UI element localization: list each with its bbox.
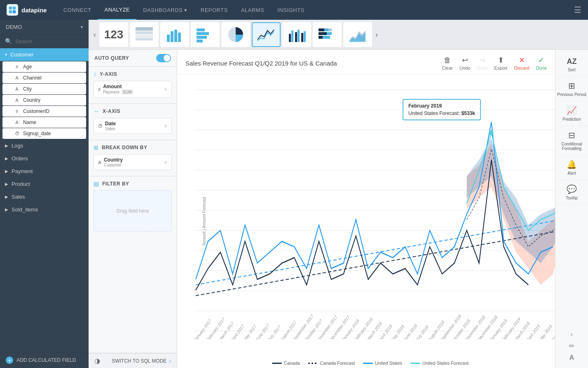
- redo-button[interactable]: ↪ Redo: [477, 56, 487, 70]
- theme-toggle-icon[interactable]: ◑: [94, 357, 100, 365]
- field-type-icon-customerid: #: [14, 109, 20, 114]
- conditional-formatting-label: Conditional Formatting: [557, 142, 586, 151]
- chart-svg: $100k $150k $200k $250k $300k $350k $400…: [192, 78, 555, 339]
- chart-type-area[interactable]: [343, 22, 372, 47]
- chevron-left-icon[interactable]: ‹: [571, 330, 573, 338]
- svg-rect-21: [291, 30, 293, 42]
- nav-item-analyze[interactable]: ANALYZE: [98, 0, 136, 20]
- x-axis-field-remove-icon[interactable]: ×: [164, 123, 167, 129]
- undo-button[interactable]: ↩ Undo: [459, 56, 470, 70]
- chart-type-number[interactable]: 123: [99, 22, 128, 47]
- legend-item-canada-forecast: Canada Forecast: [308, 361, 355, 366]
- sidebar-field-signupdate[interactable]: ⏱ Signup_date: [2, 128, 86, 139]
- sidebar-field-name[interactable]: A Name: [2, 117, 86, 128]
- sidebar-field-channel[interactable]: A Channel: [2, 73, 86, 83]
- sidebar-field-customerid[interactable]: # CustomerID: [2, 106, 86, 117]
- nav-item-insights[interactable]: INSIGHTS: [271, 0, 311, 20]
- orders-arrow-icon: ▶: [5, 156, 8, 161]
- breakdown-field-remove-icon[interactable]: ×: [164, 159, 167, 166]
- chart-type-hstacked[interactable]: [313, 22, 342, 47]
- conditional-formatting-tool[interactable]: ⊟ Conditional Formatting: [555, 126, 588, 155]
- pencil-icon[interactable]: ✏: [569, 342, 574, 350]
- x-axis-label: X-AXIS: [103, 108, 120, 114]
- svg-rect-5: [136, 31, 153, 34]
- svg-rect-12: [171, 31, 173, 42]
- demo-selector[interactable]: DEMO ▾: [0, 20, 89, 35]
- trash-icon: 🗑: [444, 56, 451, 65]
- chart-nav-prev[interactable]: ‹: [92, 30, 98, 39]
- clear-button[interactable]: 🗑 Clear: [442, 56, 453, 70]
- nav-item-dashboards[interactable]: DASHBOARDS▾: [136, 0, 194, 20]
- breakdown-field-sub: Customer: [104, 163, 123, 167]
- alert-icon: 🔔: [567, 159, 577, 169]
- prediction-tool[interactable]: 📈 Prediction: [555, 101, 588, 126]
- svg-rect-28: [328, 28, 332, 31]
- chart-nav-next[interactable]: ›: [374, 30, 380, 39]
- previous-period-tool[interactable]: ⊞ Previous Period: [555, 77, 588, 101]
- sidebar-group-orders[interactable]: ▶ Orders: [0, 152, 89, 165]
- undo-icon: ↩: [462, 56, 468, 65]
- alert-tool[interactable]: 🔔 Alert: [555, 155, 588, 180]
- chart-type-hbar[interactable]: [191, 22, 220, 47]
- svg-rect-11: [167, 35, 170, 42]
- sidebar-group-customer-header[interactable]: ▾ Customer: [0, 48, 89, 61]
- nav-item-connect[interactable]: CONNECT: [57, 0, 98, 20]
- query-panel: AUTO QUERY ↕ Y-AXIS #: [89, 50, 177, 368]
- y-axis-field[interactable]: # Amount Payment SUM ×: [94, 81, 172, 98]
- filter-icon: ▤: [94, 180, 99, 187]
- filter-label: FILTER BY: [102, 181, 129, 187]
- x-axis-field[interactable]: ⏱ Date Sales ×: [94, 118, 172, 134]
- tooltip-tool[interactable]: 💬 Tooltip: [555, 180, 588, 205]
- nav-item-reports[interactable]: REPORTS: [194, 0, 234, 20]
- sidebar-field-city[interactable]: A City: [2, 84, 86, 94]
- chart-title: Sales Revenue Forecast Q1/Q2 2019 for US…: [185, 60, 337, 67]
- breakdown-field[interactable]: A Country Customer ×: [94, 154, 172, 170]
- done-button[interactable]: ✓ Done: [536, 56, 547, 70]
- add-calculated-field-button[interactable]: + ADD CALCULATED FIELD: [0, 352, 89, 368]
- svg-rect-4: [136, 27, 153, 30]
- logo[interactable]: datapine: [7, 4, 47, 16]
- text-icon[interactable]: A: [569, 354, 574, 361]
- sidebar-group-payment[interactable]: ▶ Payment: [0, 165, 89, 178]
- nav-item-alarms[interactable]: ALARMS: [234, 0, 271, 20]
- prediction-label: Prediction: [562, 117, 581, 122]
- sort-tool[interactable]: AZ Sort: [555, 53, 588, 77]
- sql-switch-button[interactable]: SWITCH TO SQL MODE ›: [112, 358, 171, 364]
- sales-arrow-icon: ▶: [5, 195, 8, 199]
- svg-rect-22: [295, 32, 297, 42]
- sidebar-group-logs[interactable]: ▶ Logs: [0, 139, 89, 152]
- chart-type-line[interactable]: [252, 22, 281, 47]
- filter-section: ▤ FILTER BY Drag field here: [89, 176, 177, 353]
- export-button[interactable]: ⬆ Export: [494, 56, 508, 70]
- svg-rect-32: [323, 36, 330, 39]
- field-name-age: Age: [23, 64, 32, 70]
- customer-group-label: Customer: [10, 52, 33, 58]
- svg-rect-25: [304, 31, 306, 42]
- chart-type-pie[interactable]: [221, 22, 250, 47]
- auto-query-toggle[interactable]: [156, 54, 171, 62]
- chart-type-bar[interactable]: [160, 22, 189, 47]
- sidebar-field-country[interactable]: A Country: [2, 95, 86, 105]
- chart-type-table[interactable]: [130, 22, 159, 47]
- field-type-icon-signupdate: ⏱: [14, 131, 20, 136]
- search-input[interactable]: [15, 38, 84, 45]
- svg-rect-15: [197, 28, 205, 31]
- discard-button[interactable]: ✕ Discard: [514, 56, 529, 70]
- sidebar-field-age[interactable]: # Age: [2, 61, 86, 72]
- alert-label: Alert: [567, 171, 576, 176]
- hamburger-icon[interactable]: ☰: [574, 5, 581, 15]
- svg-text:May 2017: May 2017: [243, 323, 257, 339]
- y-axis-field-remove-icon[interactable]: ×: [164, 86, 167, 93]
- sidebar-search-bar: 🔍: [0, 35, 89, 48]
- filter-dropzone: Drag field here: [94, 190, 172, 232]
- sidebar-group-sales[interactable]: ▶ Sales: [0, 190, 89, 203]
- sidebar-group-product[interactable]: ▶ Product: [0, 178, 89, 190]
- sort-icon: AZ: [567, 57, 577, 66]
- y-axis-field-type-icon: #: [98, 87, 101, 92]
- chart-area: Sales Revenue Forecast Q1/Q2 2019 for US…: [177, 50, 555, 368]
- sql-footer: ◑ SWITCH TO SQL MODE ›: [89, 353, 177, 368]
- sql-switch-label: SWITCH TO SQL MODE: [112, 358, 166, 364]
- svg-rect-23: [298, 30, 300, 42]
- sidebar-group-solditems[interactable]: ▶ Sold_items: [0, 203, 89, 216]
- chart-type-grouped[interactable]: [282, 22, 311, 47]
